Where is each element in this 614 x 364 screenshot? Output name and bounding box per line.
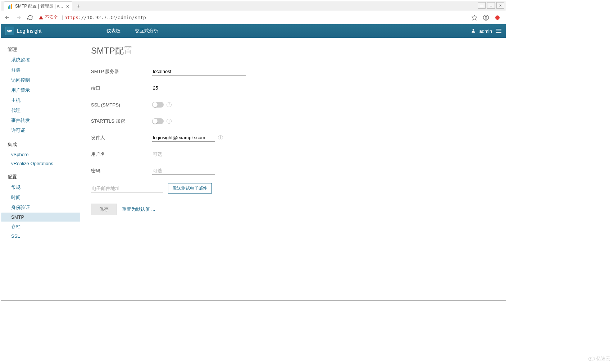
sidebar-item[interactable]: 时间 — [1, 192, 80, 203]
svg-marker-3 — [472, 15, 477, 20]
input-test-email[interactable] — [91, 185, 163, 192]
sidebar-item[interactable]: vSphere — [1, 150, 80, 159]
sidebar-item[interactable]: 常规 — [1, 182, 80, 192]
sidebar-item[interactable]: 身份验证 — [1, 203, 80, 213]
label-port: 端口 — [91, 85, 152, 91]
app-header: vm Log Insight 仪表板 交互式分析 admin — [1, 24, 506, 38]
info-icon[interactable]: i — [167, 119, 172, 124]
sidebar-item[interactable]: 系统监控 — [1, 55, 80, 65]
input-username[interactable] — [152, 150, 215, 158]
save-button[interactable]: 保存 — [91, 204, 117, 215]
svg-point-7 — [472, 29, 474, 31]
toggle-ssl[interactable] — [152, 102, 164, 108]
send-test-button[interactable]: 发送测试电子邮件 — [168, 183, 212, 194]
sidebar-item[interactable]: 群集 — [1, 65, 80, 75]
input-port[interactable] — [152, 84, 170, 92]
favicon-icon — [7, 4, 13, 9]
sidebar-item[interactable]: SSL — [1, 232, 80, 241]
insecure-badge: 不安全 — [38, 14, 58, 21]
input-password[interactable] — [152, 167, 215, 175]
sidebar-section-manage: 管理 — [1, 44, 80, 55]
svg-rect-2 — [11, 4, 12, 9]
label-username: 用户名 — [91, 151, 152, 158]
sidebar: 管理 系统监控群集访问控制用户警示主机代理事件转发许可证 集成 vSpherev… — [1, 38, 80, 300]
sidebar-item[interactable]: 事件转发 — [1, 115, 80, 126]
sidebar-section-config: 配置 — [1, 172, 80, 182]
input-server[interactable] — [152, 68, 246, 76]
sidebar-item[interactable]: 存档 — [1, 222, 80, 232]
label-sender: 发件人 — [91, 135, 152, 141]
sidebar-item[interactable]: 主机 — [1, 95, 80, 105]
menu-icon[interactable] — [496, 29, 501, 33]
sidebar-item[interactable]: vRealize Operations — [1, 159, 80, 168]
window-close-button[interactable]: ✕ — [496, 2, 504, 9]
label-server: SMTP 服务器 — [91, 68, 152, 75]
extension-icon[interactable] — [494, 14, 501, 21]
main-content: SMTP配置 SMTP 服务器 端口 SSL (SMTPS) i STARTTL… — [80, 38, 506, 300]
label-ssl: SSL (SMTPS) — [91, 102, 152, 108]
sidebar-item[interactable]: 代理 — [1, 105, 80, 115]
svg-point-6 — [495, 15, 500, 20]
browser-toolbar: 不安全 | https ://10.92.7.32/admin/smtp — [1, 11, 506, 24]
star-icon[interactable] — [471, 14, 478, 21]
app-logo-icon: vm — [5, 27, 14, 35]
reset-link[interactable]: 重置为默认值 ... — [122, 206, 155, 213]
url-path: ://10.92.7.32/admin/smtp — [78, 15, 146, 20]
user-icon — [471, 28, 476, 34]
window-minimize-button[interactable]: — — [478, 2, 486, 9]
window-titlebar: SMTP 配置 | 管理员 | vRealize × + — □ ✕ — [1, 1, 506, 11]
tab-title: SMTP 配置 | 管理员 | vRealize — [15, 3, 64, 9]
back-icon[interactable] — [4, 14, 10, 21]
page-title: SMTP配置 — [91, 45, 495, 56]
sidebar-item[interactable]: 用户警示 — [1, 85, 80, 95]
url-scheme: https — [64, 15, 78, 20]
svg-point-5 — [485, 16, 487, 18]
label-starttls: STARTTLS 加密 — [91, 118, 152, 124]
user-name[interactable]: admin — [479, 28, 492, 34]
input-sender[interactable] — [152, 134, 215, 142]
nav-interactive[interactable]: 交互式分析 — [128, 24, 165, 38]
svg-rect-0 — [8, 6, 9, 9]
toggle-starttls[interactable] — [152, 118, 164, 124]
new-tab-button[interactable]: + — [77, 3, 80, 9]
app-brand: Log Insight — [17, 28, 42, 34]
browser-tab[interactable]: SMTP 配置 | 管理员 | vRealize × — [4, 1, 72, 11]
sidebar-item[interactable]: 访问控制 — [1, 75, 80, 85]
svg-rect-1 — [9, 5, 10, 9]
tab-close-icon[interactable]: × — [66, 4, 69, 9]
info-icon[interactable]: i — [167, 102, 172, 107]
label-password: 密码 — [91, 168, 152, 174]
sidebar-section-integrate: 集成 — [1, 139, 80, 150]
sidebar-item[interactable]: SMTP — [1, 213, 80, 222]
nav-dashboard[interactable]: 仪表板 — [99, 24, 128, 38]
reload-icon[interactable] — [27, 14, 33, 21]
address-bar[interactable]: 不安全 | https ://10.92.7.32/admin/smtp — [38, 14, 466, 21]
info-icon[interactable]: i — [218, 135, 223, 140]
sidebar-item[interactable]: 许可证 — [1, 126, 80, 136]
window-maximize-button[interactable]: □ — [487, 2, 495, 9]
forward-icon[interactable] — [15, 14, 22, 21]
profile-icon[interactable] — [483, 14, 489, 21]
